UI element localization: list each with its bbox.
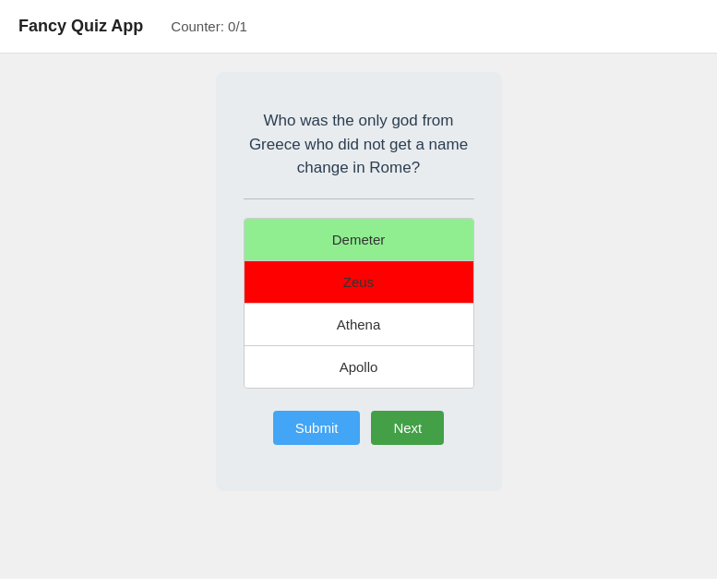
action-buttons: Submit Next — [273, 411, 445, 445]
submit-button[interactable]: Submit — [273, 411, 361, 445]
app-title: Fancy Quiz App — [18, 17, 143, 36]
next-button[interactable]: Next — [371, 411, 444, 445]
answers-list: Demeter Zeus Athena Apollo — [244, 218, 474, 389]
answer-athena[interactable]: Athena — [245, 304, 473, 346]
navbar: Fancy Quiz App Counter: 0/1 — [0, 0, 717, 54]
counter-display: Counter: 0/1 — [171, 18, 247, 34]
divider — [244, 198, 474, 199]
answer-demeter[interactable]: Demeter — [245, 219, 473, 261]
page-body: Who was the only god from Greece who did… — [0, 54, 717, 579]
quiz-card: Who was the only god from Greece who did… — [216, 72, 502, 491]
answer-zeus[interactable]: Zeus — [245, 261, 473, 304]
question-text: Who was the only god from Greece who did… — [244, 109, 474, 180]
answer-apollo[interactable]: Apollo — [245, 346, 473, 388]
